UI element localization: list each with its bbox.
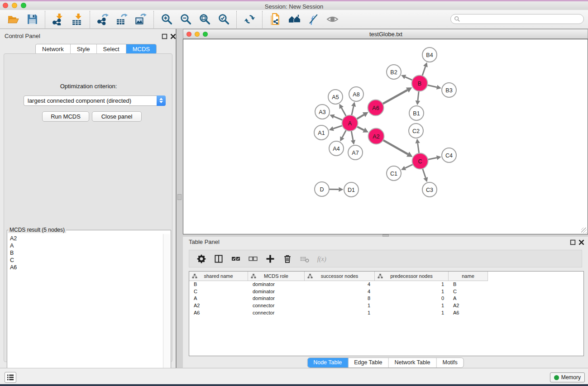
save-session-button[interactable] bbox=[23, 11, 42, 28]
apply-function-button[interactable]: f(x) bbox=[313, 252, 330, 266]
cell-predecessor-nodes: 1 bbox=[375, 303, 449, 308]
network-window-titlebar[interactable]: testGlobe.txt bbox=[183, 29, 588, 39]
edge-C-C2[interactable] bbox=[418, 143, 419, 153]
settings-button[interactable] bbox=[193, 252, 210, 266]
tab-mcds[interactable]: MCDS bbox=[126, 44, 156, 54]
refresh-button[interactable] bbox=[240, 11, 259, 28]
table-body: Bdominator41BCdominator41CAdominator80AA… bbox=[189, 281, 583, 316]
edge-B-B3[interactable] bbox=[427, 85, 437, 87]
table-panel-title: Table Panel bbox=[189, 238, 220, 245]
mcds-result-item[interactable]: A bbox=[10, 242, 163, 249]
edge-B-B2[interactable] bbox=[405, 77, 413, 80]
mcds-result-item[interactable]: A6 bbox=[10, 264, 163, 271]
search-input[interactable] bbox=[460, 14, 583, 24]
close-table-panel-icon[interactable] bbox=[578, 239, 584, 245]
node-label-B1: B1 bbox=[413, 110, 420, 117]
tab-node-table[interactable]: Node Table bbox=[307, 358, 348, 367]
task-list-icon bbox=[6, 374, 14, 381]
mcds-result-item[interactable]: B bbox=[10, 249, 163, 257]
column-header-predecessor-nodes[interactable]: predecessor nodes bbox=[375, 272, 449, 281]
float-panel-icon[interactable] bbox=[162, 33, 167, 39]
status-bar: Memory bbox=[0, 368, 588, 385]
tab-motifs[interactable]: Motifs bbox=[436, 358, 463, 367]
cell-name: A2 bbox=[449, 303, 488, 308]
table-row[interactable]: A2connector11A2 bbox=[189, 302, 583, 309]
table-row[interactable]: A6connector11A6 bbox=[189, 309, 583, 316]
column-header-name[interactable]: name bbox=[449, 272, 488, 281]
node-label-B2: B2 bbox=[390, 69, 397, 76]
edge-A-A6[interactable] bbox=[356, 115, 364, 119]
tab-select[interactable]: Select bbox=[97, 44, 126, 54]
mcds-result-scrollbar[interactable] bbox=[163, 234, 170, 384]
tab-network-table[interactable]: Network Table bbox=[389, 358, 437, 367]
node-label-B: B bbox=[418, 81, 421, 87]
cell-MCDS-role: dominator bbox=[248, 281, 305, 287]
desktop-background-strip-bottom bbox=[0, 384, 588, 386]
zoom-out-button[interactable] bbox=[176, 11, 195, 28]
float-table-panel-icon[interactable] bbox=[570, 239, 576, 245]
select-all-columns-button[interactable] bbox=[227, 252, 244, 266]
table-row[interactable]: Cdominator41C bbox=[189, 288, 583, 295]
edge-A-A1[interactable] bbox=[333, 125, 343, 129]
edge-A-A2[interactable] bbox=[357, 126, 364, 130]
edge-B-B4[interactable] bbox=[422, 67, 425, 76]
memory-button[interactable]: Memory bbox=[550, 372, 585, 382]
task-history-button[interactable] bbox=[5, 372, 16, 383]
search-box[interactable] bbox=[450, 14, 584, 24]
export-table-button[interactable] bbox=[112, 11, 131, 28]
add-column-button[interactable] bbox=[262, 252, 279, 266]
column-hierarchy-icon bbox=[251, 273, 256, 279]
split-columns-icon bbox=[214, 254, 224, 264]
edge-C-C1[interactable] bbox=[405, 164, 413, 168]
resize-grip-icon[interactable] bbox=[581, 228, 587, 233]
edge-A6-B[interactable] bbox=[382, 90, 407, 104]
toggle-graphics-details-button[interactable]: f bbox=[304, 11, 323, 28]
eye-button[interactable] bbox=[323, 11, 342, 28]
criterion-dropdown[interactable]: largest connected component (directed) bbox=[24, 95, 166, 106]
unselect-all-columns-button[interactable] bbox=[244, 252, 262, 266]
edge-A-A3[interactable] bbox=[334, 116, 343, 120]
tab-network[interactable]: Network bbox=[36, 44, 71, 54]
vertical-split-handle[interactable] bbox=[177, 194, 182, 200]
node-label-C: C bbox=[418, 158, 422, 165]
clear-table-button[interactable] bbox=[296, 252, 313, 266]
table-row[interactable]: Bdominator41B bbox=[189, 281, 583, 288]
column-header-MCDS-role[interactable]: MCDS role bbox=[248, 272, 305, 281]
node-label-A7: A7 bbox=[352, 150, 359, 156]
split-columns-button[interactable] bbox=[210, 252, 227, 266]
optimization-criterion-label: Optimization criterion: bbox=[4, 83, 173, 90]
run-mcds-button[interactable]: Run MCDS bbox=[42, 111, 89, 122]
export-network-button[interactable] bbox=[93, 11, 112, 28]
edge-A2-C[interactable] bbox=[382, 140, 408, 154]
table-row[interactable]: Adominator80A bbox=[189, 295, 583, 302]
delete-columns-button[interactable] bbox=[279, 252, 296, 266]
import-network-button[interactable] bbox=[48, 11, 67, 28]
mcds-result-item[interactable]: A2 bbox=[10, 235, 163, 242]
table-header-row: shared nameMCDS rolesuccessor nodesprede… bbox=[189, 272, 488, 281]
edge-arrow-icon bbox=[436, 85, 441, 90]
edge-C-C3[interactable] bbox=[422, 168, 425, 178]
table-toolbar: f(x) bbox=[189, 250, 582, 267]
zoom-selected-button[interactable] bbox=[214, 11, 233, 28]
edge-B-B1[interactable] bbox=[418, 91, 419, 100]
edge-A-A4[interactable] bbox=[342, 130, 346, 138]
edge-A-A8[interactable] bbox=[352, 106, 354, 116]
column-header-shared-name[interactable]: shared name bbox=[189, 272, 248, 281]
close-panel-button[interactable]: Close panel bbox=[92, 111, 142, 122]
open-session-button[interactable] bbox=[4, 11, 23, 28]
edge-C-C4[interactable] bbox=[427, 157, 437, 159]
network-canvas[interactable]: B4B2BB3A5A8A6A3B1AA1C2A2A4A7C4CC1C3DD1 bbox=[183, 39, 588, 234]
tab-edge-table[interactable]: Edge Table bbox=[348, 358, 388, 367]
mcds-result-item[interactable]: C bbox=[10, 257, 163, 264]
column-header-successor-nodes[interactable]: successor nodes bbox=[305, 272, 375, 281]
zoom-in-button[interactable] bbox=[157, 11, 176, 28]
edge-A-A7[interactable] bbox=[351, 130, 353, 140]
network-file-button[interactable] bbox=[266, 11, 285, 28]
zoom-fit-button[interactable] bbox=[195, 11, 214, 28]
tab-style[interactable]: Style bbox=[71, 44, 97, 54]
cell-shared-name: A2 bbox=[189, 303, 248, 308]
export-image-button[interactable] bbox=[131, 11, 150, 28]
edge-A-A5[interactable] bbox=[341, 108, 346, 116]
import-table-button[interactable] bbox=[67, 11, 86, 28]
home-button[interactable] bbox=[285, 11, 304, 28]
